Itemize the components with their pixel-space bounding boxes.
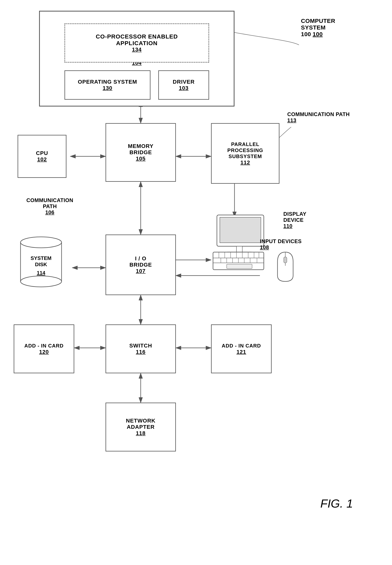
- svg-text:SYSTEM: SYSTEM: [31, 255, 52, 261]
- svg-rect-42: [227, 264, 252, 268]
- communication-path-113-label: COMMUNICATION PATH 113: [287, 111, 350, 124]
- add-in-card-right-box: ADD - IN CARD 121: [211, 325, 272, 373]
- operating-system-label: OPERATING SYSTEM: [78, 79, 137, 85]
- svg-rect-44: [284, 257, 287, 263]
- network-adapter-label: NETWORK ADAPTER: [126, 418, 155, 430]
- add-in-card-right-label: ADD - IN CARD: [222, 343, 261, 349]
- add-in-card-right-number: 121: [237, 349, 246, 355]
- add-in-card-left-box: ADD - IN CARD 120: [14, 325, 74, 373]
- svg-rect-21: [220, 217, 261, 243]
- mouse-svg: [274, 250, 297, 283]
- parallel-processing-label: PARALLEL PROCESSING SUBSYSTEM: [227, 141, 263, 159]
- memory-bridge-number: 105: [136, 155, 146, 162]
- network-adapter-number: 118: [136, 430, 146, 437]
- svg-point-15: [21, 237, 62, 248]
- driver-label: DRIVER: [173, 79, 195, 85]
- driver-number: 103: [179, 85, 189, 91]
- switch-label: SWITCH: [129, 343, 152, 349]
- parallel-processing-box: PARALLEL PROCESSING SUBSYSTEM 112: [211, 123, 280, 184]
- parallel-processing-number: 112: [240, 159, 250, 166]
- cpu-box: CPU 102: [18, 135, 67, 178]
- add-in-card-left-label: ADD - IN CARD: [24, 343, 64, 349]
- communication-path-106-label: COMMUNICATION PATH 106: [20, 198, 80, 216]
- driver-box: DRIVER 103: [158, 70, 209, 100]
- memory-bridge-label: MEMORY BRIDGE: [128, 143, 154, 155]
- add-in-card-left-number: 120: [39, 349, 49, 355]
- co-processor-number: 134: [132, 46, 142, 53]
- network-adapter-box: NETWORK ADAPTER 118: [106, 403, 176, 452]
- io-bridge-box: I / O BRIDGE 107: [106, 235, 176, 295]
- svg-text:114: 114: [37, 270, 45, 276]
- switch-box: SWITCH 116: [106, 325, 176, 373]
- io-bridge-number: 107: [136, 268, 146, 274]
- svg-text:DISK: DISK: [35, 261, 47, 267]
- cpu-label: CPU: [36, 150, 48, 156]
- keyboard-svg: [211, 250, 266, 272]
- fig-label: FIG. 1: [320, 497, 353, 510]
- system-disk-svg: SYSTEM DISK 114: [17, 235, 66, 295]
- co-processor-box: CO-PROCESSOR ENABLED APPLICATION 134: [65, 23, 209, 63]
- system-disk-box: SYSTEM DISK 114: [14, 233, 68, 297]
- operating-system-number: 130: [103, 85, 112, 91]
- switch-number: 116: [136, 349, 146, 355]
- input-devices-label: INPUT DEVICES 108: [260, 239, 321, 251]
- computer-system-label: COMPUTER SYSTEM 100 100: [301, 18, 350, 38]
- mouse-icon: [274, 250, 299, 285]
- memory-bridge-box: MEMORY BRIDGE 105: [106, 123, 176, 182]
- operating-system-box: OPERATING SYSTEM 130: [65, 70, 151, 100]
- svg-point-16: [21, 276, 62, 287]
- io-bridge-label: I / O BRIDGE: [129, 255, 152, 268]
- co-processor-label: CO-PROCESSOR ENABLED APPLICATION: [96, 33, 178, 46]
- cpu-number: 102: [37, 156, 47, 163]
- keyboard-icon: [211, 250, 268, 274]
- display-device-label: DISPLAY DEVICE 110: [283, 211, 334, 229]
- diagram: SYSTEM MEMORY 104 CO-PROCESSOR ENABLED A…: [0, 0, 392, 565]
